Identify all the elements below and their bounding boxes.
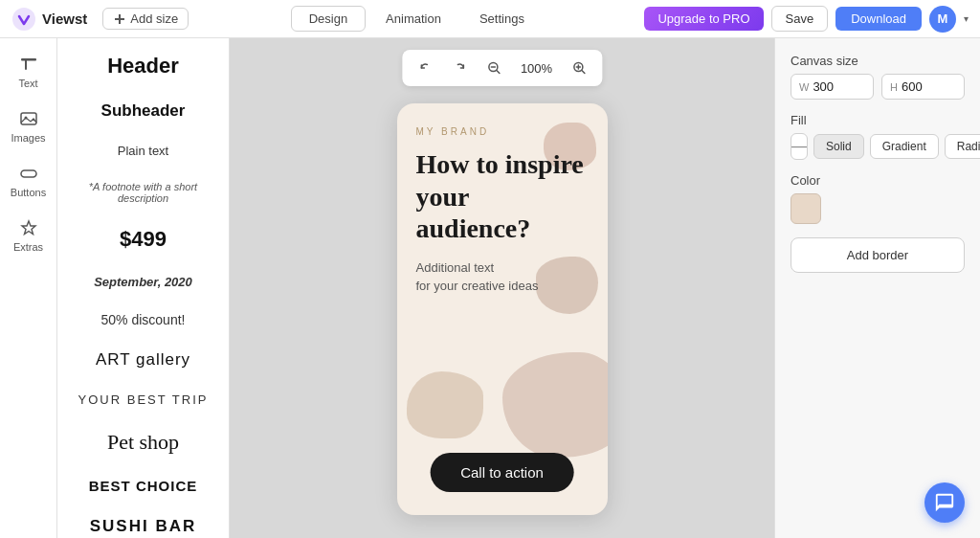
topbar: Viewst Add size Design Animation Setting… xyxy=(0,0,980,38)
blob-decoration-4 xyxy=(502,352,608,458)
canvas-size-section: Canvas size W 300 H 600 xyxy=(791,54,965,100)
plus-icon xyxy=(113,12,126,26)
svg-rect-4 xyxy=(25,58,27,70)
zoom-in-button[interactable] xyxy=(566,55,592,81)
chat-bubble-button[interactable] xyxy=(924,482,965,523)
svg-rect-3 xyxy=(21,58,36,61)
fill-solid-button[interactable]: Solid xyxy=(813,134,864,159)
fill-section: Fill — Solid Gradient Radial xyxy=(791,113,965,160)
sidebar-label-extras: Extras xyxy=(13,241,43,253)
canvas-toolbar: 100% xyxy=(402,50,602,86)
fill-radial-button[interactable]: Radial xyxy=(945,134,980,159)
sidebar-item-text[interactable]: Text xyxy=(4,46,54,97)
card-brand: MY BRAND xyxy=(416,126,490,137)
logo[interactable]: Viewst xyxy=(11,7,87,32)
tab-bar: Design Animation Settings xyxy=(196,6,636,32)
upgrade-button[interactable]: Upgrade to PRO xyxy=(644,7,763,31)
avatar-chevron-icon[interactable]: ▾ xyxy=(964,13,969,24)
sidebar-item-images[interactable]: Images xyxy=(4,101,54,151)
text-style-bestchoice[interactable]: BEST CHOICE xyxy=(69,478,217,494)
svg-rect-2 xyxy=(115,18,124,20)
fill-none-button[interactable]: — xyxy=(791,133,808,160)
color-swatch[interactable] xyxy=(791,193,821,224)
tab-design[interactable]: Design xyxy=(291,6,366,32)
color-label: Color xyxy=(791,173,965,188)
height-value: 600 xyxy=(902,79,923,94)
download-button[interactable]: Download xyxy=(835,7,922,31)
tab-animation[interactable]: Animation xyxy=(368,6,459,32)
add-size-button[interactable]: Add size xyxy=(102,8,189,30)
extras-icon xyxy=(18,217,39,238)
main-layout: Text Images Buttons Extras Header Sub xyxy=(0,38,980,538)
zoom-out-button[interactable] xyxy=(480,55,507,81)
sidebar-label-text: Text xyxy=(18,78,37,89)
avatar[interactable]: M xyxy=(929,6,956,33)
text-icon xyxy=(18,54,39,75)
text-style-trip[interactable]: YOUR BEST TRIP xyxy=(69,392,217,407)
undo-icon xyxy=(417,60,433,76)
fill-options-row: — Solid Gradient Radial xyxy=(791,133,965,160)
text-style-subheader[interactable]: Subheader xyxy=(69,101,217,121)
text-style-footnote[interactable]: *A footnote with a short description xyxy=(69,181,217,204)
card-headline[interactable]: How to inspireyour audience? xyxy=(416,148,589,245)
fill-gradient-button[interactable]: Gradient xyxy=(870,134,939,159)
sidebar-item-extras[interactable]: Extras xyxy=(4,210,54,260)
topbar-right: Upgrade to PRO Save Download M ▾ xyxy=(644,6,969,33)
undo-button[interactable] xyxy=(412,55,438,81)
canvas-size-label: Canvas size xyxy=(791,54,965,68)
buttons-icon xyxy=(18,163,39,184)
svg-line-10 xyxy=(496,71,499,74)
width-label: W xyxy=(799,81,809,93)
card-subtext[interactable]: Additional textfor your creative ideas xyxy=(416,258,539,296)
blob-decoration-3 xyxy=(407,371,483,438)
logo-icon xyxy=(11,7,36,32)
svg-point-0 xyxy=(12,8,35,31)
text-style-art[interactable]: ART gallery xyxy=(69,350,217,370)
right-panel: Canvas size W 300 H 600 Fill — Solid Gra… xyxy=(774,38,980,538)
save-button[interactable]: Save xyxy=(771,6,829,32)
zoom-level: 100% xyxy=(515,61,558,76)
sidebar-label-images: Images xyxy=(11,132,45,144)
svg-rect-7 xyxy=(21,170,36,177)
logo-text: Viewst xyxy=(42,11,87,27)
height-label: H xyxy=(890,81,898,93)
redo-icon xyxy=(452,60,467,76)
icon-sidebar: Text Images Buttons Extras xyxy=(0,38,57,538)
chat-icon xyxy=(934,492,955,513)
sidebar-item-buttons[interactable]: Buttons xyxy=(4,155,54,206)
text-style-sushibar[interactable]: SUSHI BAR xyxy=(69,517,217,536)
width-value: 300 xyxy=(813,79,834,94)
blob-decoration-2 xyxy=(536,257,598,314)
zoom-out-icon xyxy=(486,60,501,76)
images-icon xyxy=(18,108,39,129)
width-field[interactable]: W 300 xyxy=(791,74,874,100)
sidebar-label-buttons: Buttons xyxy=(11,187,46,198)
svg-line-14 xyxy=(582,71,585,74)
height-field[interactable]: H 600 xyxy=(881,74,965,100)
redo-button[interactable] xyxy=(446,55,473,81)
canvas-size-fields: W 300 H 600 xyxy=(791,74,965,100)
zoom-in-icon xyxy=(571,60,587,76)
text-style-date[interactable]: September, 2020 xyxy=(69,275,217,289)
color-section: Color xyxy=(791,173,965,224)
text-style-plain[interactable]: Plain text xyxy=(69,144,217,158)
design-card[interactable]: MY BRAND How to inspireyour audience? Ad… xyxy=(397,103,608,515)
fill-label: Fill xyxy=(791,113,965,127)
canvas-area[interactable]: 100% MY BRAND How to inspireyour audienc… xyxy=(230,38,774,538)
text-style-header[interactable]: Header xyxy=(69,54,217,78)
text-panel: Header Subheader Plain text *A footnote … xyxy=(57,38,230,538)
text-style-discount[interactable]: 50% discount! xyxy=(69,312,217,327)
tab-settings[interactable]: Settings xyxy=(461,6,543,32)
text-style-petshop[interactable]: Pet shop xyxy=(69,430,217,455)
text-style-price[interactable]: $499 xyxy=(69,227,217,252)
add-border-button[interactable]: Add border xyxy=(791,237,965,273)
card-cta-button[interactable]: Call to action xyxy=(430,453,574,492)
